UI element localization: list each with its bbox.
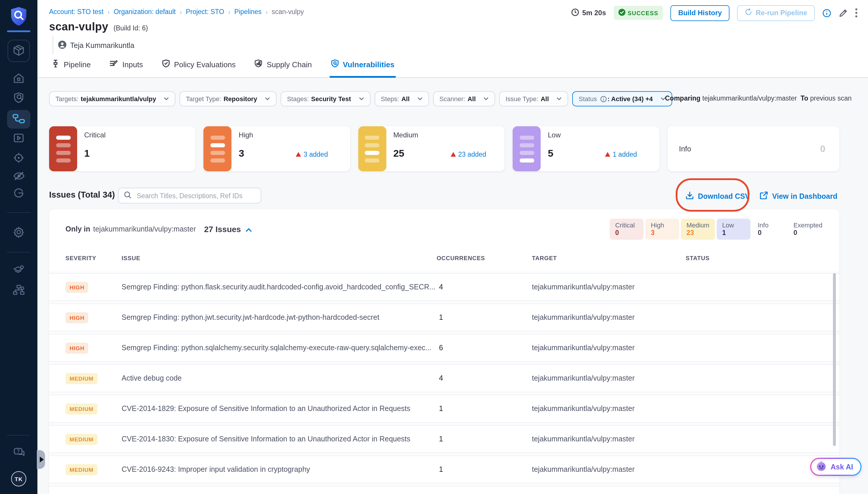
target-value: tejakummarikuntla/vulpy:master [532, 344, 686, 352]
breadcrumb-separator: › [180, 9, 182, 15]
sidebar-item-targets[interactable] [7, 149, 31, 168]
sidebar-item-pipelines[interactable] [7, 110, 31, 129]
search-icon [124, 190, 132, 201]
info-icon [600, 96, 607, 102]
issue-title[interactable]: Semgrep Finding: python.flask.security.a… [121, 283, 437, 291]
severity-badge: MEDIUM [65, 373, 98, 384]
help-chat-button[interactable]: ? [7, 444, 31, 462]
vulnerabilities-content: Targets:tejakummarikuntla/vulpy Target T… [37, 78, 868, 494]
breadcrumb-project[interactable]: Project: STO [186, 8, 224, 15]
occurrences-value: 1 [437, 404, 532, 413]
tab-vulnerabilities[interactable]: Vulnerabilities [329, 54, 396, 78]
breadcrumb-separator: › [228, 9, 230, 15]
occurrences-value: 4 [437, 374, 532, 382]
build-author: Teja Kummarikuntla [53, 36, 134, 54]
filter-stages[interactable]: Stages:Security Test [281, 91, 370, 107]
target-value: tejakummarikuntla/vulpy:master [532, 314, 686, 322]
issues-panel: Only in tejakummarikuntla/vulpy:master 2… [49, 209, 840, 494]
severity-card-critical[interactable]: Critical 1 [49, 126, 195, 171]
filter-target-type[interactable]: Target Type:Repository [179, 91, 276, 107]
table-row[interactable]: MEDIUM CVE-2016-9243: Improper input val… [49, 455, 840, 483]
issue-title[interactable]: CVE-2014-1830: Exposure of Sensitive Inf… [121, 435, 437, 443]
layers-gear-icon [12, 264, 25, 278]
sidebar-item-executions[interactable] [7, 129, 31, 148]
filter-status[interactable]: Status : Active (34) +4 [572, 91, 672, 107]
severity-card-info[interactable]: Info 0 [667, 126, 840, 171]
breadcrumb-current-page: scan-vulpy [272, 8, 304, 15]
breadcrumb-pipelines[interactable]: Pipelines [234, 8, 262, 15]
target-icon [13, 152, 24, 165]
issue-title[interactable]: Semgrep Finding: python.jwt.security.jwt… [121, 314, 437, 322]
pipeline-tab-icon [52, 59, 60, 70]
harness-sto-logo-icon[interactable] [10, 6, 27, 26]
pipelines-icon [12, 113, 25, 126]
medium-severity-bars-icon [358, 126, 386, 171]
kebab-menu-icon[interactable] [855, 8, 857, 18]
supply-chain-shield-icon [254, 59, 263, 70]
issue-title[interactable]: Semgrep Finding: python.sqlalchemy.secur… [121, 344, 437, 352]
severity-card-medium[interactable]: Medium 25 23 added [358, 126, 505, 171]
filter-issue-type[interactable]: Issue Type:All [499, 91, 568, 107]
breadcrumb-account[interactable]: Account: STO test [49, 8, 103, 15]
tab-supply-chain[interactable]: Supply Chain [253, 54, 313, 78]
sidebar-item-token-usage[interactable] [7, 184, 31, 203]
severity-card-low[interactable]: Low 5 1 added [513, 126, 659, 171]
table-row[interactable]: MEDIUM CVE-2017-11424: PyJWT: Key confus… [49, 486, 840, 494]
table-row[interactable]: MEDIUM Active debug code 4 tejakummariku… [49, 364, 840, 392]
table-row[interactable]: HIGH Semgrep Finding: python.sqlalchemy.… [49, 334, 840, 362]
target-value: tejakummarikuntla/vulpy:master [532, 435, 686, 443]
issue-title[interactable]: CVE-2016-9243: Improper input validation… [121, 466, 437, 474]
issue-title[interactable]: CVE-2014-1829: Exposure of Sensitive Inf… [121, 404, 437, 413]
issues-toolbar: Issues (Total 34) Download CSV View in D… [49, 186, 840, 206]
sidebar-item-exemptions[interactable] [7, 167, 31, 186]
module-selector-button[interactable] [7, 40, 30, 62]
sidebar-item-default-settings[interactable] [7, 261, 31, 280]
issue-title[interactable]: Active debug code [121, 374, 437, 382]
sidebar-item-org-settings[interactable] [7, 281, 31, 300]
triangle-up-icon [605, 151, 610, 158]
table-row[interactable]: HIGH Semgrep Finding: python.jwt.securit… [49, 303, 840, 331]
added-count: 1 added [605, 151, 637, 158]
rerun-pipeline-button[interactable]: Re-run Pipeline [737, 5, 815, 21]
download-csv-button[interactable]: Download CSV [686, 191, 750, 201]
filter-scanner[interactable]: Scanner:All [433, 91, 495, 107]
table-header: SEVERITY ISSUE OCCURRENCES TARGET STATUS [49, 255, 840, 261]
triangle-up-icon [451, 151, 456, 158]
user-avatar[interactable]: TK [11, 471, 26, 487]
severity-badge: HIGH [65, 343, 89, 354]
vulnerabilities-shield-search-icon [330, 59, 339, 70]
severity-card-high[interactable]: High 3 3 added [204, 126, 350, 171]
build-history-button[interactable]: Build History [671, 5, 730, 21]
table-scrollbar[interactable] [833, 273, 836, 446]
issues-table-body: HIGH Semgrep Finding: python.flask.secur… [49, 271, 840, 494]
breadcrumb-separator: › [108, 9, 110, 15]
issues-group-header[interactable]: Only in tejakummarikuntla/vulpy:master 2… [65, 217, 828, 241]
table-row[interactable]: MEDIUM CVE-2014-1829: Exposure of Sensit… [49, 395, 840, 423]
high-severity-bars-icon [204, 126, 232, 171]
table-row[interactable]: MEDIUM CVE-2014-1830: Exposure of Sensit… [49, 425, 840, 453]
breadcrumb-organization[interactable]: Organization: default [114, 8, 176, 15]
chip-low: Low1 [717, 218, 751, 240]
severity-badge: MEDIUM [65, 434, 98, 445]
filter-steps[interactable]: Steps:All [374, 91, 429, 107]
view-in-dashboard-button[interactable]: View in Dashboard [760, 191, 837, 201]
sidebar-item-project-settings[interactable] [7, 223, 31, 242]
download-icon [686, 191, 694, 201]
search-input[interactable] [136, 191, 255, 200]
sidebar-item-security-scans[interactable] [7, 89, 31, 108]
table-row[interactable]: HIGH Semgrep Finding: python.flask.secur… [49, 273, 840, 301]
ask-ai-button[interactable]: Ask AI [810, 458, 862, 476]
tab-bar: Pipeline Inputs Policy Evaluations Suppl… [50, 54, 396, 78]
chat-question-icon: ? [13, 446, 25, 460]
sidebar-expand-handle[interactable] [37, 450, 45, 469]
issues-search[interactable] [118, 188, 261, 204]
filter-targets[interactable]: Targets:tejakummarikuntla/vulpy [49, 91, 175, 107]
sidebar-item-home[interactable] [7, 70, 31, 88]
chevron-down-icon [265, 97, 270, 100]
tab-inputs[interactable]: Inputs [109, 54, 144, 78]
chip-exempted: Exempted0 [788, 218, 828, 240]
tab-pipeline[interactable]: Pipeline [50, 54, 92, 78]
edit-pipeline-icon[interactable] [839, 8, 848, 17]
tab-policy-evaluations[interactable]: Policy Evaluations [160, 54, 237, 78]
info-icon[interactable] [823, 8, 831, 17]
